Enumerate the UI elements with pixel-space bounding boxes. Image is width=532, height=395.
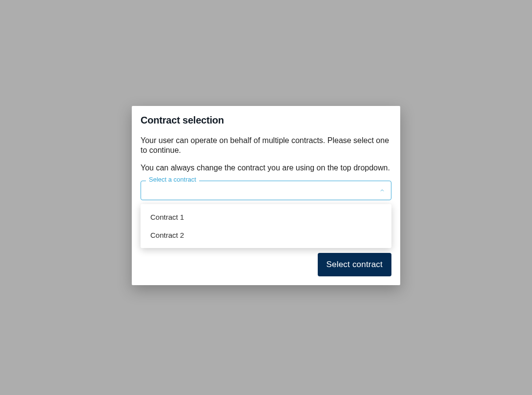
contract-select-wrapper: Select a contract Contract 1 Contract 2 — [141, 181, 391, 200]
modal-description-2: You can always change the contract you a… — [141, 163, 391, 173]
contract-option[interactable]: Contract 2 — [141, 226, 391, 244]
contract-select-label: Select a contract — [146, 176, 199, 183]
modal-title: Contract selection — [141, 115, 391, 126]
contract-select[interactable]: Select a contract — [141, 181, 391, 200]
select-contract-button[interactable]: Select contract — [318, 253, 391, 276]
contract-options-popover: Contract 1 Contract 2 — [141, 204, 391, 248]
contract-selection-modal: Contract selection Your user can operate… — [132, 106, 400, 285]
modal-actions: Select contract — [141, 253, 391, 276]
chevron-up-icon — [379, 187, 385, 193]
contract-option[interactable]: Contract 1 — [141, 208, 391, 226]
modal-description-1: Your user can operate on behalf of multi… — [141, 136, 391, 155]
